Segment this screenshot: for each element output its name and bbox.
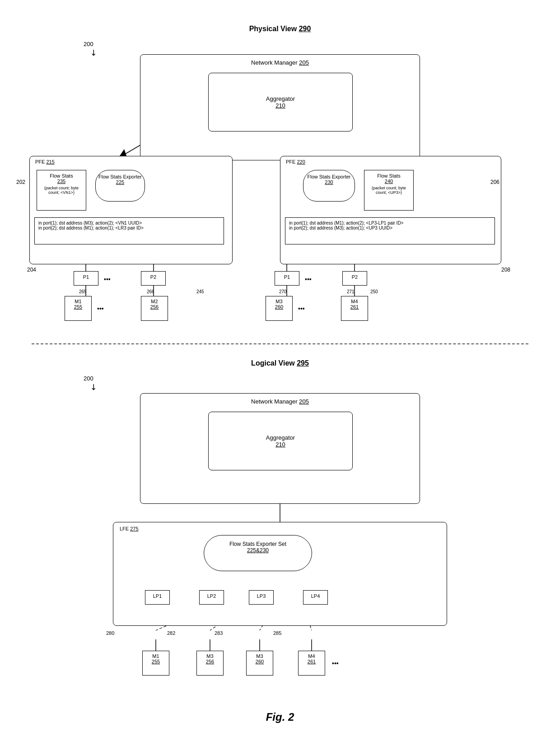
figure-label: Fig. 2 — [0, 711, 560, 723]
lp4-port: LP4 — [303, 590, 328, 605]
flow-stats-235-box: Flow Stats 235 (packet count; byte count… — [37, 170, 86, 211]
p1-left-port: P1 — [74, 271, 98, 286]
rule-left-box: in port(1); dst address (M3); action(2);… — [34, 217, 224, 244]
lp2-port: LP2 — [199, 590, 224, 605]
network-manager-label-logical: Network Manager 205 — [140, 398, 420, 405]
aggregator-label-logical: Aggregator 210 — [266, 434, 295, 448]
label-283: 283 — [215, 630, 223, 636]
flow-stats-240-box: Flow Stats 240 (packet count; byte count… — [364, 170, 414, 211]
p2-left-port: P2 — [141, 271, 166, 286]
lp1-label: LP1 — [145, 591, 169, 601]
lm1-label: M1 255 — [143, 651, 169, 667]
label-208: 208 — [501, 267, 510, 273]
pfe-left-box: PFE 215 Flow Stats 235 (packet count; by… — [29, 156, 233, 264]
label-206: 206 — [490, 179, 499, 185]
flow-stats-exporter-set-label: Flow Stats Exporter Set 225&230 — [204, 535, 312, 559]
aggregator-box-logical: Aggregator 210 — [208, 412, 353, 470]
ref-200-logical: 200 — [84, 375, 93, 382]
arrow-200-physical: ↘ — [88, 47, 99, 58]
physical-view-title: Physical View 290 — [0, 25, 560, 33]
label-204: 204 — [27, 267, 36, 273]
logical-view-title: Logical View 295 — [0, 359, 560, 367]
m2-left-label: M2 256 — [141, 296, 168, 312]
m4-right-label: M4 261 — [341, 296, 368, 312]
flow-stats-240-label: Flow Stats 240 (packet count; byte count… — [364, 170, 413, 197]
lfe-box: LFE 275 Flow Stats Exporter Set 225&230 … — [113, 522, 447, 626]
m1-left-label: M1 255 — [65, 296, 91, 312]
dots-left-machines: ••• — [97, 305, 104, 312]
p2-right-port: P2 — [342, 271, 367, 286]
arrow-200-logical: ↘ — [88, 381, 99, 393]
lp1-port: LP1 — [145, 590, 170, 605]
ref-200-physical: 200 — [84, 41, 93, 47]
aggregator-label-physical: Aggregator 210 — [266, 95, 295, 109]
label-280: 280 — [106, 630, 114, 636]
m1-left-box: M1 255 — [65, 296, 92, 321]
flow-stats-235-label: Flow Stats 235 (packet count; byte count… — [37, 170, 86, 197]
lm1-box: M1 255 — [142, 651, 169, 676]
lm2-label: M3 256 — [197, 651, 223, 667]
pfe-right-box: PFE 220 Flow Stats Exporter 230 Flow Sta… — [280, 156, 501, 264]
label-266: 266 — [147, 289, 154, 294]
physical-view-title-number: 290 — [299, 25, 311, 33]
lm2-box: M3 256 — [196, 651, 224, 676]
p2-right-label: P2 — [343, 272, 367, 282]
m2-left-box: M2 256 — [141, 296, 168, 321]
lp2-label: LP2 — [200, 591, 224, 601]
network-manager-label-physical: Network Manager 205 — [140, 59, 420, 66]
label-245: 245 — [196, 289, 204, 294]
physical-view-title-text: Physical View — [249, 25, 297, 33]
label-285: 285 — [273, 630, 281, 636]
rule-right-box: in port(1); dst address (M1); action(2);… — [285, 217, 495, 244]
label-202: 202 — [16, 179, 25, 185]
flow-stats-exporter-230-box: Flow Stats Exporter 230 — [303, 170, 355, 202]
flow-stats-exporter-225-label: Flow Stats Exporter 225 — [96, 170, 145, 188]
flow-stats-exporter-set-box: Flow Stats Exporter Set 225&230 — [204, 535, 312, 571]
label-270: 270 — [279, 289, 287, 294]
lp3-label: LP3 — [249, 591, 273, 601]
network-manager-box-logical: Network Manager 205 Aggregator 210 — [140, 393, 420, 504]
dots-logical-machines: ••• — [332, 660, 339, 667]
p1-left-label: P1 — [74, 272, 98, 282]
flow-stats-exporter-225-box: Flow Stats Exporter 225 — [95, 170, 145, 202]
rule-left-text: in port(1); dst address (M3); action(2);… — [35, 218, 224, 233]
lm4-label: M4 261 — [299, 651, 325, 667]
lp3-port: LP3 — [249, 590, 274, 605]
network-manager-box-physical: Network Manager 205 Aggregator 210 — [140, 54, 420, 160]
m3-right-label: M3 260 — [266, 296, 292, 312]
flow-stats-exporter-230-label: Flow Stats Exporter 230 — [303, 170, 355, 188]
pfe-left-label: PFE 215 — [35, 159, 55, 164]
dots-right-ports: ••• — [305, 276, 312, 283]
rule-right-text: in port(1); dst address (M1); action(2);… — [285, 218, 495, 233]
label-271: 271 — [347, 289, 355, 294]
lm3-label: M3 260 — [247, 651, 273, 667]
m4-right-box: M4 261 — [341, 296, 368, 321]
svg-marker-2 — [120, 149, 126, 156]
p2-left-label: P2 — [141, 272, 165, 282]
logical-view-title-text: Logical View — [251, 359, 295, 367]
aggregator-box-physical: Aggregator 210 — [208, 73, 353, 131]
lp4-label: LP4 — [303, 591, 327, 601]
m3-right-box: M3 260 — [266, 296, 293, 321]
label-282: 282 — [167, 630, 175, 636]
p1-right-port: P1 — [275, 271, 299, 286]
dots-right-machines: ••• — [298, 305, 305, 312]
pfe-right-label: PFE 220 — [286, 159, 305, 164]
lfe-label: LFE 275 — [120, 526, 139, 531]
section-separator — [32, 343, 528, 344]
lm3-box: M3 260 — [246, 651, 273, 676]
p1-right-label: P1 — [275, 272, 299, 282]
label-265: 265 — [79, 289, 87, 294]
logical-view-title-number: 295 — [297, 359, 309, 367]
label-250: 250 — [370, 289, 378, 294]
dots-left-ports: ••• — [104, 276, 111, 283]
lm4-box: M4 261 — [298, 651, 325, 676]
